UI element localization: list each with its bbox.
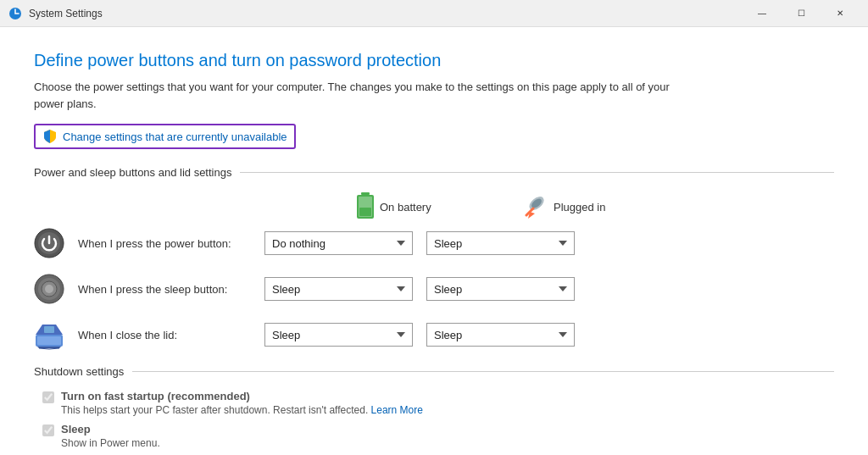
power-button-icon — [34, 228, 64, 258]
svg-rect-4 — [359, 208, 371, 216]
minimize-button[interactable]: — — [743, 0, 782, 27]
on-battery-header: On battery — [356, 192, 521, 221]
column-headers: On battery Plugged in — [356, 192, 834, 221]
fast-startup-row: Turn on fast startup (recommended) This … — [34, 390, 834, 416]
power-sleep-label: Power and sleep buttons and lid settings — [34, 166, 231, 179]
change-settings-link[interactable]: Change settings that are currently unava… — [34, 124, 296, 149]
power-button-pluggedin-select[interactable]: Sleep Do nothing Hibernate Shut down Tur… — [426, 231, 575, 255]
maximize-button[interactable]: ☐ — [782, 0, 821, 27]
learn-more-link[interactable]: Learn More — [371, 404, 423, 416]
page-description: Choose the power settings that you want … — [34, 79, 670, 112]
plugged-in-header: Plugged in — [521, 193, 687, 220]
lid-row: When I close the lid: Sleep Do nothing H… — [34, 319, 834, 350]
sleep-button-battery-select[interactable]: Sleep Do nothing Hibernate Shut down Tur… — [264, 277, 413, 301]
shutdown-section: Shutdown settings Turn on fast startup (… — [34, 365, 834, 449]
svg-point-12 — [45, 285, 53, 293]
window-controls: — ☐ ✕ — [743, 0, 860, 27]
power-sleep-section-header: Power and sleep buttons and lid settings — [34, 166, 834, 179]
title-bar: System Settings — ☐ ✕ — [0, 0, 868, 27]
section-divider — [240, 172, 834, 173]
shutdown-divider — [132, 371, 834, 372]
shutdown-section-header: Shutdown settings — [34, 365, 834, 378]
sleep-button-pluggedin-select[interactable]: Sleep Do nothing Hibernate Shut down Tur… — [426, 277, 575, 301]
lid-label: When I close the lid: — [78, 329, 264, 341]
sleep-button-row: When I press the sleep button: Sleep Do … — [34, 274, 834, 304]
lid-battery-select[interactable]: Sleep Do nothing Hibernate Shut down Tur… — [264, 323, 413, 347]
main-content: Define power buttons and turn on passwor… — [0, 27, 868, 455]
page-title: Define power buttons and turn on passwor… — [34, 51, 834, 70]
sleep-button-label: When I press the sleep button: — [78, 283, 264, 296]
uac-shield-icon — [42, 129, 58, 144]
svg-rect-15 — [44, 326, 54, 333]
fast-startup-desc: This helps start your PC faster after sh… — [61, 404, 423, 416]
power-button-dropdowns: Do nothing Sleep Hibernate Shut down Tur… — [264, 231, 575, 255]
window-title: System Settings — [29, 8, 743, 19]
sleep-button-icon — [34, 274, 64, 304]
power-button-label: When I press the power button: — [78, 237, 264, 250]
sleep-button-dropdowns: Sleep Do nothing Hibernate Shut down Tur… — [264, 277, 575, 301]
lid-icon — [34, 319, 64, 350]
plugged-in-label: Plugged in — [554, 201, 605, 214]
close-button[interactable]: ✕ — [821, 0, 860, 27]
lid-dropdowns: Sleep Do nothing Hibernate Shut down Tur… — [264, 323, 575, 347]
fast-startup-main-label: Turn on fast startup (recommended) — [61, 390, 423, 402]
sleep-checkbox[interactable] — [42, 424, 54, 436]
power-button-battery-select[interactable]: Do nothing Sleep Hibernate Shut down Tur… — [264, 231, 413, 255]
fast-startup-checkbox[interactable] — [42, 391, 54, 403]
lid-pluggedin-select[interactable]: Sleep Do nothing Hibernate Shut down Tur… — [426, 323, 575, 347]
on-battery-label: On battery — [380, 201, 431, 214]
battery-icon — [356, 192, 375, 221]
svg-rect-14 — [37, 336, 61, 345]
power-button-row: When I press the power button: Do nothin… — [34, 228, 834, 258]
plugged-in-icon — [521, 193, 548, 220]
sleep-row: Sleep Show in Power menu. — [34, 423, 834, 449]
change-settings-label: Change settings that are currently unava… — [63, 130, 287, 143]
shutdown-label: Shutdown settings — [34, 365, 124, 378]
sleep-desc: Show in Power menu. — [61, 437, 160, 449]
sleep-main-label: Sleep — [61, 423, 160, 436]
svg-rect-1 — [361, 192, 370, 195]
app-icon — [8, 7, 22, 20]
